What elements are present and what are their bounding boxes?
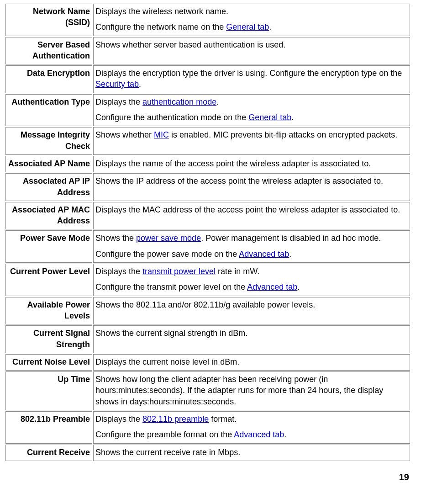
row-description: Shows whether server based authenticatio… — [93, 37, 410, 65]
description-paragraph: Shows the current receive rate in Mbps. — [95, 447, 408, 458]
row-description: Displays the encryption type the driver … — [93, 65, 410, 93]
doc-link[interactable]: General tab — [226, 22, 269, 32]
text-span: is enabled. MIC prevents bit-flip attack… — [169, 130, 397, 139]
text-span: Shows the 802.11a and/or 802.11b/g avail… — [95, 300, 315, 309]
description-paragraph: Displays the name of the access point th… — [95, 158, 408, 169]
text-span: . — [291, 113, 294, 122]
row-label: Current Receive — [5, 445, 92, 461]
table-row: Power Save ModeShows the power save mode… — [5, 230, 410, 263]
row-description: Shows the power save mode. Power managem… — [93, 230, 410, 263]
row-label: Power Save Mode — [5, 230, 92, 263]
doc-link[interactable]: power save mode — [136, 233, 201, 243]
description-paragraph: Configure the preamble format on the Adv… — [95, 429, 408, 440]
description-paragraph: Displays the wireless network name. — [95, 6, 408, 17]
row-description: Displays the MAC address of the access p… — [93, 202, 410, 230]
table-row: Available Power LevelsShows the 802.11a … — [5, 297, 410, 325]
row-description: Displays the current noise level in dBm. — [93, 354, 410, 371]
text-span: Configure the network name on the — [95, 22, 226, 32]
description-paragraph: Shows the current signal strength in dBm… — [95, 328, 408, 339]
text-span: Displays the — [95, 414, 142, 424]
table-row: Current Signal StrengthShows the current… — [5, 325, 410, 353]
description-paragraph: Configure the authentication mode on the… — [95, 112, 408, 123]
text-span: Shows whether server based authenticatio… — [95, 40, 285, 49]
description-paragraph: Shows the power save mode. Power managem… — [95, 233, 408, 244]
text-span: . — [297, 282, 300, 292]
row-label: Current Power Level — [5, 264, 92, 296]
doc-link[interactable]: MIC — [154, 130, 169, 139]
doc-link[interactable]: Security tab — [95, 80, 139, 89]
doc-link[interactable]: Advanced tab — [239, 249, 289, 259]
row-label: Available Power Levels — [5, 297, 92, 325]
text-span: Configure the transmit power level on th… — [95, 282, 247, 292]
text-span: Shows how long the client adapter has be… — [95, 375, 383, 406]
description-paragraph: Displays the authentication mode. — [95, 96, 408, 107]
row-description: Shows the current signal strength in dBm… — [93, 325, 410, 353]
text-span: Shows the current signal strength in dBm… — [95, 329, 247, 338]
row-description: Displays the name of the access point th… — [93, 156, 410, 172]
doc-link[interactable]: 802.11b preamble — [142, 414, 209, 424]
text-span: . — [216, 97, 219, 106]
text-span: . — [284, 430, 286, 439]
row-description: Displays the transmit power level rate i… — [93, 264, 410, 296]
table-row: Current Noise LevelDisplays the current … — [5, 354, 410, 371]
row-description: Shows the current receive rate in Mbps. — [93, 445, 410, 461]
table-row: Server Based AuthenticationShows whether… — [5, 37, 410, 65]
text-span: Displays the name of the access point th… — [95, 159, 371, 168]
row-description: Shows the 802.11a and/or 802.11b/g avail… — [93, 297, 410, 325]
table-row: Up TimeShows how long the client adapter… — [5, 371, 410, 410]
doc-link[interactable]: authentication mode — [142, 97, 216, 106]
table-row: Associated AP IP AddressShows the IP add… — [5, 173, 410, 201]
table-row: Current ReceiveShows the current receive… — [5, 445, 410, 461]
row-label: Associated AP Name — [5, 156, 92, 172]
text-span: Displays the current noise level in dBm. — [95, 357, 239, 366]
table-row: Associated AP NameDisplays the name of t… — [5, 156, 410, 172]
page-number: 19 — [5, 462, 411, 489]
doc-link[interactable]: Advanced tab — [247, 282, 297, 292]
description-paragraph: Shows the IP address of the access point… — [95, 175, 408, 186]
row-description: Displays the authentication mode.Configu… — [93, 94, 410, 127]
row-label: 802.11b Preamble — [5, 411, 92, 444]
doc-link[interactable]: Advanced tab — [234, 430, 284, 439]
description-paragraph: Shows whether MIC is enabled. MIC preven… — [95, 129, 408, 140]
row-label: Data Encryption — [5, 65, 92, 93]
description-paragraph: Displays the transmit power level rate i… — [95, 266, 408, 277]
text-span: format. — [209, 414, 237, 424]
text-span: Shows the — [95, 233, 136, 243]
doc-link[interactable]: transmit power level — [142, 267, 216, 276]
row-label: Up Time — [5, 371, 92, 410]
description-paragraph: Displays the encryption type the driver … — [95, 68, 408, 90]
text-span: Configure the preamble format on the — [95, 430, 234, 439]
row-description: Shows how long the client adapter has be… — [93, 371, 410, 410]
text-span: . — [269, 22, 271, 32]
text-span: . Power management is disabled in ad hoc… — [201, 233, 381, 243]
table-row: Network Name (SSID)Displays the wireless… — [5, 4, 410, 36]
table-row: 802.11b PreambleDisplays the 802.11b pre… — [5, 411, 410, 444]
table-row: Authentication TypeDisplays the authenti… — [5, 94, 410, 127]
row-description: Shows the IP address of the access point… — [93, 173, 410, 201]
description-paragraph: Shows whether server based authenticatio… — [95, 39, 408, 50]
description-paragraph: Configure the power save mode on the Adv… — [95, 249, 408, 260]
description-paragraph: Shows how long the client adapter has be… — [95, 374, 408, 407]
description-paragraph: Configure the transmit power level on th… — [95, 281, 408, 292]
row-description: Displays the wireless network name.Confi… — [93, 4, 410, 36]
row-label: Network Name (SSID) — [5, 4, 92, 36]
description-paragraph: Shows the 802.11a and/or 802.11b/g avail… — [95, 299, 408, 310]
doc-link[interactable]: General tab — [248, 113, 291, 122]
description-paragraph: Displays the current noise level in dBm. — [95, 356, 408, 367]
row-description: Shows whether MIC is enabled. MIC preven… — [93, 127, 410, 155]
row-label: Associated AP IP Address — [5, 173, 92, 201]
row-label: Authentication Type — [5, 94, 92, 127]
row-label: Current Noise Level — [5, 354, 92, 371]
row-label: Message Integrity Check — [5, 127, 92, 155]
text-span: . — [289, 249, 291, 259]
description-paragraph: Displays the MAC address of the access p… — [95, 204, 408, 215]
table-row: Message Integrity CheckShows whether MIC… — [5, 127, 410, 155]
document-page: Network Name (SSID)Displays the wireless… — [0, 0, 421, 489]
text-span: Configure the authentication mode on the — [95, 113, 248, 122]
text-span: Shows the IP address of the access point… — [95, 176, 383, 186]
description-paragraph: Displays the 802.11b preamble format. — [95, 414, 408, 424]
description-paragraph: Configure the network name on the Genera… — [95, 21, 408, 32]
text-span: Shows the current receive rate in Mbps. — [95, 448, 240, 457]
text-span: Configure the power save mode on the — [95, 249, 239, 259]
text-span: Shows whether — [95, 130, 154, 139]
